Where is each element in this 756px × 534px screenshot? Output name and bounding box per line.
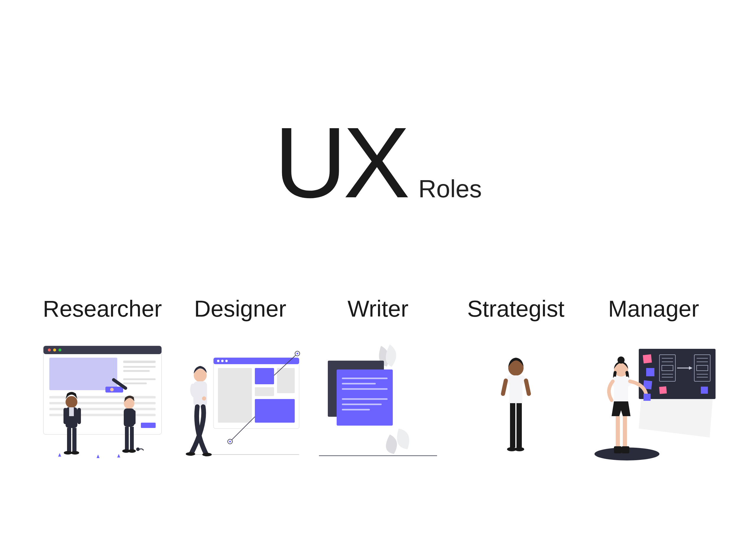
researcher-illustration-svg	[38, 340, 168, 464]
svg-rect-76	[643, 355, 652, 363]
svg-point-39	[221, 360, 224, 362]
svg-rect-6	[123, 360, 156, 363]
svg-rect-10	[123, 383, 147, 384]
illustration-researcher	[38, 340, 168, 464]
svg-rect-11	[49, 396, 156, 398]
svg-rect-68	[500, 378, 508, 396]
svg-rect-99	[616, 416, 620, 449]
svg-rect-16	[105, 387, 123, 392]
svg-rect-70	[510, 403, 515, 447]
svg-rect-101	[614, 446, 622, 453]
svg-rect-43	[277, 368, 295, 393]
svg-rect-12	[49, 402, 156, 404]
svg-rect-98	[643, 394, 651, 401]
illustration-writer	[313, 340, 443, 464]
svg-point-2	[48, 349, 51, 352]
role-label-manager: Manager	[608, 295, 699, 322]
manager-illustration-svg	[588, 340, 718, 464]
role-label-designer: Designer	[194, 295, 286, 322]
svg-rect-5	[49, 358, 117, 390]
strategist-illustration-svg	[451, 340, 581, 464]
role-label-strategist: Strategist	[467, 295, 564, 322]
role-designer: Designer	[175, 295, 305, 464]
title-small: Roles	[418, 176, 482, 201]
svg-point-40	[225, 360, 228, 362]
svg-rect-19	[64, 408, 67, 424]
role-strategist: Strategist	[451, 295, 581, 464]
designer-illustration-svg	[175, 340, 305, 464]
svg-rect-77	[646, 368, 654, 376]
illustration-manager	[588, 340, 718, 464]
illustration-strategist	[451, 340, 581, 464]
svg-point-23	[64, 451, 72, 455]
svg-rect-30	[133, 410, 136, 424]
svg-rect-25	[69, 407, 74, 416]
svg-rect-100	[623, 416, 627, 449]
svg-rect-71	[517, 403, 522, 447]
role-writer: Writer	[313, 295, 443, 464]
svg-point-38	[217, 360, 219, 362]
svg-rect-93	[659, 386, 667, 394]
writer-illustration-svg	[313, 340, 443, 464]
svg-point-73	[515, 447, 524, 451]
role-manager: Manager	[588, 295, 718, 464]
svg-rect-69	[524, 378, 531, 396]
illustration-designer	[175, 340, 305, 464]
title-big: UX	[274, 112, 406, 213]
svg-rect-9	[123, 378, 156, 380]
svg-point-3	[53, 349, 56, 352]
svg-rect-31	[125, 427, 129, 450]
svg-rect-42	[255, 368, 274, 384]
svg-point-34	[128, 449, 136, 453]
svg-point-57	[186, 452, 195, 456]
svg-point-35	[136, 447, 140, 451]
svg-point-48	[296, 353, 298, 355]
svg-rect-32	[130, 427, 134, 450]
svg-rect-8	[123, 370, 150, 372]
page-title: UX Roles	[274, 112, 482, 213]
svg-point-29	[110, 388, 114, 391]
svg-rect-21	[67, 428, 71, 452]
svg-point-55	[202, 396, 206, 400]
svg-point-4	[59, 349, 62, 352]
svg-rect-94	[701, 387, 708, 394]
svg-rect-102	[622, 446, 629, 453]
svg-point-17	[66, 396, 77, 408]
role-researcher: Researcher	[38, 295, 168, 464]
svg-point-24	[71, 451, 79, 455]
svg-point-56	[202, 453, 212, 456]
svg-point-51	[229, 441, 231, 442]
svg-rect-45	[255, 399, 295, 423]
svg-rect-44	[255, 387, 274, 396]
svg-rect-22	[72, 428, 76, 452]
svg-rect-7	[123, 366, 156, 368]
roles-row: Researcher	[0, 295, 756, 464]
role-label-researcher: Researcher	[43, 295, 162, 322]
svg-rect-20	[77, 408, 81, 424]
role-label-writer: Writer	[348, 295, 409, 322]
svg-rect-15	[141, 423, 156, 428]
svg-rect-41	[218, 368, 252, 423]
